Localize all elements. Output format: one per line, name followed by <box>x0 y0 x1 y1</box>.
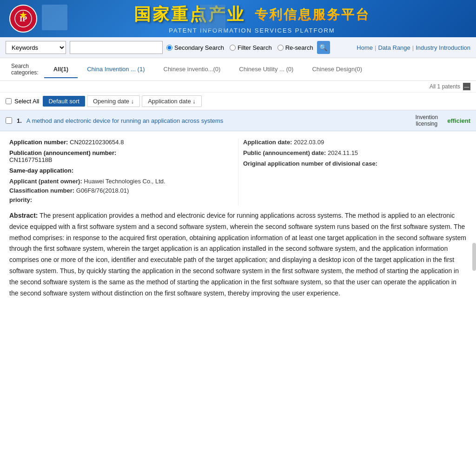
filter-search-option[interactable]: Filter Search <box>230 44 272 51</box>
search-button[interactable]: 🔍 <box>317 41 330 54</box>
application-date-label: Application date: <box>243 139 292 146</box>
patent-badges: Inventionlicensing efficient <box>415 114 470 127</box>
application-number-label: Application number: <box>9 139 68 146</box>
detail-right: Application date: 2022.03.09 Public (ann… <box>238 139 467 206</box>
scroll-bar[interactable] <box>472 243 476 271</box>
nav-data-range[interactable]: Data Range <box>378 44 410 51</box>
re-search-option[interactable]: Re-search <box>278 44 313 51</box>
priority-label: priority: <box>9 196 32 203</box>
same-day-field: Same-day application: <box>9 167 229 174</box>
header-platform-title: 专利信息服务平台 <box>255 6 370 24</box>
logo: IP <box>9 5 37 33</box>
classification-value: G06F8/76(2018.01) <box>76 187 129 194</box>
nav-industry-intro[interactable]: Industry Introduction <box>416 44 470 51</box>
pub-number-label: Publication (announcement) number: <box>9 149 116 156</box>
nav-links: Home | Data Range | Industry Introductio… <box>357 44 470 51</box>
application-number-field: Application number: CN202210230654.8 <box>9 139 229 146</box>
application-number-value: CN202210230654.8 <box>70 139 124 146</box>
patent-number: 1. <box>17 117 22 124</box>
header-cn-title: 国家重点产业 <box>134 3 245 26</box>
search-bar: Keywords Secondary Search Filter Search … <box>0 37 476 58</box>
tab-chinese-utility[interactable]: Chinese Utility ... (0) <box>230 61 303 78</box>
applicant-field: Applicant (patent owner): Huawei Technol… <box>9 178 229 185</box>
header-en-title: PATENT INFORMATION SERVICES PLATFORM <box>37 27 467 34</box>
all-patents-label: All 1 patents <box>430 83 460 90</box>
patent-detail: Application number: CN202210230654.8 Pub… <box>0 131 476 306</box>
secondary-search-option[interactable]: Secondary Search <box>166 44 224 51</box>
patent-title-link[interactable]: A method and electronic device for runni… <box>26 117 223 124</box>
abstract-label: Abstract: <box>9 212 38 219</box>
abstract-section: Abstract: The present application provid… <box>9 210 467 299</box>
filter-search-label: Filter Search <box>238 44 272 51</box>
re-search-radio[interactable] <box>278 45 284 51</box>
pub-number-value: CN116775118B <box>9 156 53 163</box>
all-patents-row: All 1 patents — <box>0 81 476 93</box>
badge-efficient: efficient <box>447 117 470 124</box>
applicant-value: Huawei Technologies Co., Ltd. <box>84 178 165 185</box>
patent-checkbox[interactable] <box>6 117 12 124</box>
pub-number-field: Publication (announcement) number: CN116… <box>9 149 229 163</box>
filter-search-radio[interactable] <box>230 45 236 51</box>
patent-item-header: 1. A method and electronic device for ru… <box>0 110 476 131</box>
keyword-select[interactable]: Keywords <box>6 41 66 54</box>
tab-chinese-invention[interactable]: Chinese inventio...(0) <box>154 61 230 78</box>
page-header: IP 国家重点产业 专利信息服务平台 PATENT INFORMATION SE… <box>0 0 476 37</box>
tab-all[interactable]: All(1) <box>44 61 78 78</box>
application-date-sort-button[interactable]: Application date ↓ <box>142 95 202 107</box>
original-app-field: Original application number of divisiona… <box>243 160 467 167</box>
search-input[interactable] <box>70 41 163 54</box>
nav-home[interactable]: Home <box>357 44 373 51</box>
collapse-icon[interactable]: — <box>463 83 470 90</box>
badge-invention: Inventionlicensing <box>415 114 438 127</box>
application-date-field: Application date: 2022.03.09 <box>243 139 467 146</box>
pub-date-field: Public (announcement) date: 2024.11.15 <box>243 149 467 156</box>
detail-grid: Application number: CN202210230654.8 Pub… <box>9 139 467 206</box>
priority-field: priority: <box>9 196 229 203</box>
categories-row: Searchcategories: All(1) China Invention… <box>6 58 470 80</box>
tab-chinese-design[interactable]: Chinese Design(0) <box>303 61 371 78</box>
search-categories-label: Searchcategories: <box>6 58 44 80</box>
same-day-label: Same-day application: <box>9 167 73 174</box>
tab-china-invention[interactable]: China Invention ... (1) <box>78 61 154 78</box>
detail-left: Application number: CN202210230654.8 Pub… <box>9 139 238 206</box>
application-date-value: 2022.03.09 <box>294 139 324 146</box>
classification-field: Classification number: G06F8/76(2018.01) <box>9 187 229 194</box>
header-title: 国家重点产业 专利信息服务平台 PATENT INFORMATION SERVI… <box>37 3 467 34</box>
default-sort-button[interactable]: Default sort <box>43 96 85 107</box>
select-all-label: Select All <box>14 98 39 105</box>
sort-bar: Select All Default sort Opening date ↓ A… <box>0 93 476 110</box>
classification-label: Classification number: <box>9 187 74 194</box>
abstract-text: The present application provides a metho… <box>9 212 466 297</box>
original-app-label: Original application number of divisiona… <box>243 160 377 167</box>
nav-sep1: | <box>375 44 376 51</box>
pub-date-value: 2024.11.15 <box>328 149 358 156</box>
opening-date-sort-button[interactable]: Opening date ↓ <box>87 95 140 107</box>
select-all-checkbox[interactable] <box>6 98 12 104</box>
nav-sep2: | <box>412 44 414 51</box>
secondary-search-radio[interactable] <box>166 45 172 51</box>
re-search-label: Re-search <box>285 44 313 51</box>
search-options: Secondary Search Filter Search Re-search <box>166 44 313 51</box>
secondary-search-label: Secondary Search <box>174 44 224 51</box>
applicant-label: Applicant (patent owner): <box>9 178 82 185</box>
pub-date-label: Public (announcement) date: <box>243 149 326 156</box>
categories-bar: Searchcategories: All(1) China Invention… <box>0 58 476 81</box>
